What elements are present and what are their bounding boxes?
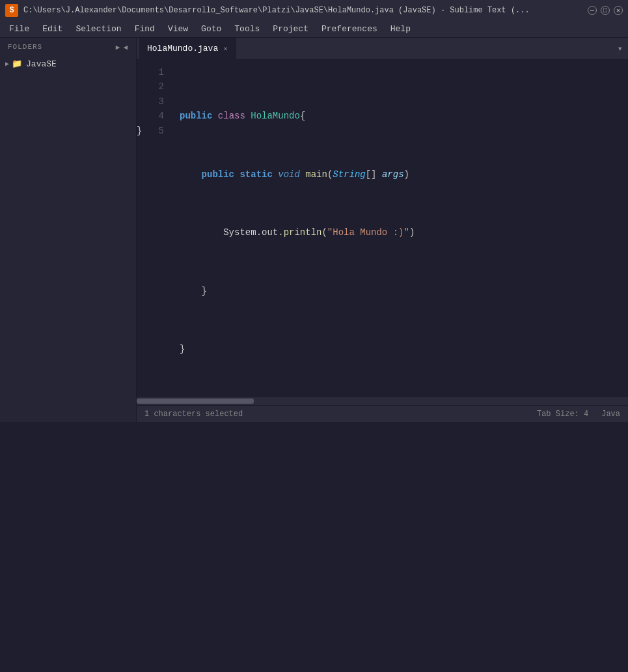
folders-label: FOLDERS bbox=[8, 43, 42, 51]
folder-name: JavaSE bbox=[26, 59, 57, 69]
tab-label: HolaMundo.java bbox=[147, 44, 218, 53]
editor-area: FOLDERS ◀ ▶ ▶ 📁 JavaSE HolaMundo.java ✕ … bbox=[0, 38, 628, 422]
folder-icon: 📁 bbox=[12, 59, 22, 69]
gutter-3 bbox=[137, 94, 144, 109]
menu-goto[interactable]: Goto bbox=[195, 23, 228, 35]
folders-header: FOLDERS ◀ ▶ bbox=[0, 38, 136, 56]
tab-bar: HolaMundo.java ✕ ▾ bbox=[137, 38, 628, 60]
status-right: Tab Size: 4 Java bbox=[537, 410, 620, 419]
left-gutter: } bbox=[137, 65, 144, 392]
menu-project[interactable]: Project bbox=[266, 23, 315, 35]
app-icon: S bbox=[5, 4, 18, 17]
line-num-4: 4 bbox=[144, 109, 169, 123]
menu-bar: File Edit Selection Find View Goto Tools… bbox=[0, 21, 628, 38]
tab-dropdown-icon[interactable]: ▾ bbox=[612, 43, 628, 54]
h-scroll-thumb[interactable] bbox=[137, 399, 254, 404]
menu-find[interactable]: Find bbox=[128, 23, 161, 35]
title-bar: S C:\Users\J.Alexander\Documents\Desarro… bbox=[0, 0, 628, 21]
gutter-4 bbox=[137, 109, 144, 123]
menu-preferences[interactable]: Preferences bbox=[315, 23, 384, 35]
tab-close-icon[interactable]: ✕ bbox=[223, 44, 228, 53]
menu-file[interactable]: File bbox=[3, 23, 36, 35]
menu-help[interactable]: Help bbox=[384, 23, 417, 35]
folder-arrow-icon: ▶ bbox=[5, 60, 9, 68]
gutter-2 bbox=[137, 79, 144, 94]
menu-view[interactable]: View bbox=[161, 23, 195, 35]
menu-edit[interactable]: Edit bbox=[36, 23, 69, 35]
horizontal-scrollbar[interactable] bbox=[137, 397, 628, 405]
line-num-5: 5 bbox=[144, 124, 169, 138]
line-num-2: 2 bbox=[144, 79, 169, 94]
folder-item-javase[interactable]: ▶ 📁 JavaSE bbox=[0, 56, 136, 72]
status-tab-size[interactable]: Tab Size: 4 bbox=[537, 410, 588, 419]
line-num-3: 3 bbox=[144, 94, 169, 109]
line-num-1: 1 bbox=[144, 65, 169, 79]
code-line-3: System.out.println("Hola Mundo :)") bbox=[180, 225, 628, 240]
menu-selection[interactable]: Selection bbox=[69, 23, 128, 35]
code-lines[interactable]: public class HolaMundo{ public static vo… bbox=[177, 65, 628, 392]
code-line-4: } bbox=[180, 284, 628, 298]
code-line-2: public static void main(String[] args) bbox=[180, 167, 628, 182]
gutter-5: } bbox=[137, 124, 144, 138]
line-numbers: 1 2 3 4 5 bbox=[144, 65, 177, 392]
window-title: C:\Users\J.Alexander\Documents\Desarroll… bbox=[23, 6, 588, 15]
code-editor[interactable]: HolaMundo.java ✕ ▾ } 1 2 3 4 5 bbox=[137, 38, 628, 422]
status-language[interactable]: Java bbox=[601, 410, 620, 419]
maximize-button[interactable]: □ bbox=[601, 6, 610, 15]
window-controls: — □ ✕ bbox=[588, 6, 623, 15]
gutter-1 bbox=[137, 65, 144, 79]
close-button[interactable]: ✕ bbox=[614, 6, 623, 15]
code-line-1: public class HolaMundo{ bbox=[180, 109, 628, 123]
menu-tools[interactable]: Tools bbox=[228, 23, 266, 35]
sidebar-nav-right[interactable]: ▶ bbox=[116, 43, 121, 51]
status-selection: 1 characters selected bbox=[144, 410, 537, 419]
minimize-button[interactable]: — bbox=[588, 6, 597, 15]
sidebar: FOLDERS ◀ ▶ ▶ 📁 JavaSE bbox=[0, 38, 137, 422]
code-content[interactable]: } 1 2 3 4 5 public class HolaMundo{ publ… bbox=[137, 60, 628, 397]
code-line-5: } bbox=[180, 342, 628, 356]
status-bar: 1 characters selected Tab Size: 4 Java bbox=[137, 405, 628, 422]
sidebar-nav-left[interactable]: ◀ bbox=[123, 43, 128, 51]
tab-holamundo[interactable]: HolaMundo.java ✕ bbox=[139, 38, 236, 60]
